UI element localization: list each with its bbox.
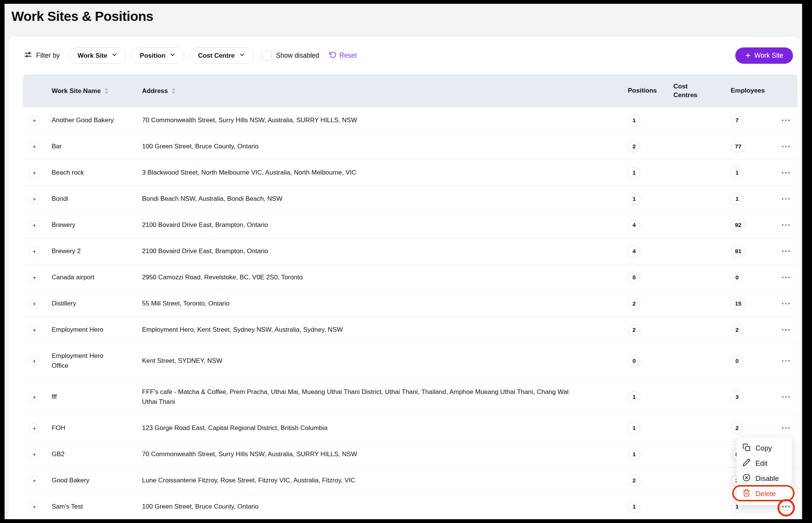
worksite-name: FOH [52, 423, 65, 433]
row-actions-button[interactable] [781, 143, 791, 150]
filter-by-label: Filter by [24, 50, 60, 61]
table-row: + Bar 100 Green Street, Bruce County, On… [23, 134, 798, 160]
cost-centre-filter-dropdown[interactable]: Cost Centre [189, 47, 253, 64]
worksite-address: 2100 Bovaird Drive East, Brampton, Ontar… [142, 220, 268, 230]
positions-badge: 0 [628, 272, 640, 284]
table-row: + Another Good Bakery 70 Commonwealth St… [23, 107, 798, 134]
kebab-icon [782, 303, 784, 305]
expand-row-button[interactable]: + [30, 356, 39, 366]
row-actions-button[interactable] [781, 394, 791, 400]
kebab-icon [782, 250, 784, 252]
menu-item-disable[interactable]: Disable [737, 471, 792, 486]
worksite-name: Brewery 2 [52, 246, 81, 256]
worksite-name: Bar [52, 142, 62, 151]
expand-row-button[interactable]: + [30, 299, 39, 309]
sort-icon [104, 88, 109, 94]
position-filter-dropdown[interactable]: Position [131, 47, 184, 64]
employees-badge: 0 [731, 272, 743, 284]
worksite-address: Lune Croissanterie Fitzroy, Rose Street,… [142, 476, 355, 485]
add-work-site-button[interactable]: + Work Site [735, 47, 793, 64]
employees-badge: 92 [731, 219, 746, 231]
row-actions-button[interactable] [781, 170, 791, 176]
worksite-address: 100 Green Street, Bruce County, Ontario [142, 142, 259, 151]
worksite-address: 3 Blackwood Street, North Melbourne VIC,… [142, 168, 356, 178]
kebab-icon [782, 360, 784, 362]
positions-badge: 2 [628, 475, 640, 487]
expand-row-button[interactable]: + [30, 116, 39, 125]
kebab-icon [782, 277, 784, 279]
worksite-name: GB2 [52, 449, 65, 459]
table-row: + FOH 123 Gorge Road East, Capital Regio… [23, 415, 798, 441]
worksite-name: Sam's Test [52, 502, 83, 512]
row-actions-button[interactable] [781, 117, 791, 124]
kebab-icon [782, 329, 784, 331]
expand-row-button[interactable]: + [30, 476, 39, 485]
sort-by-address-header[interactable]: Address [142, 87, 619, 95]
table-header-row: Work Site Name Address Positions Cost Ce… [23, 74, 798, 107]
positions-badge: 1 [628, 501, 640, 513]
menu-item-edit[interactable]: Edit [737, 456, 792, 471]
show-disabled-checkbox[interactable] [262, 51, 272, 61]
expand-row-button[interactable]: + [30, 424, 39, 433]
employees-column-header: Employees [731, 87, 765, 94]
employees-badge: 15 [731, 298, 746, 310]
expand-row-button[interactable]: + [30, 247, 39, 256]
employees-badge: 3 [731, 391, 743, 403]
row-actions-button[interactable] [781, 327, 791, 333]
positions-badge: 1 [628, 391, 640, 403]
menu-item-delete[interactable]: Delete [737, 486, 792, 501]
expand-row-button[interactable]: + [30, 273, 39, 282]
filter-sliders-icon [24, 50, 32, 61]
worksite-address: 2950 Camozzi Road, Revelstoke, BC, V0E 2… [142, 273, 303, 282]
positions-badge: 2 [628, 298, 640, 310]
employees-badge: 1 [731, 193, 743, 205]
table-row: + fff FFF's cafe - Matcha & Coffee, Prem… [23, 379, 798, 415]
menu-item-copy[interactable]: Copy [737, 441, 792, 456]
row-actions-button[interactable] [781, 358, 791, 364]
disable-icon [742, 474, 750, 484]
reset-icon [329, 51, 336, 60]
app-screen: Work Sites & Positions Filter by Work Si… [5, 4, 802, 519]
positions-badge: 1 [628, 449, 640, 460]
expand-row-button[interactable]: + [30, 502, 39, 512]
row-actions-button[interactable] [781, 301, 791, 307]
edit-pencil-icon [742, 458, 750, 468]
row-actions-button[interactable] [781, 222, 791, 228]
sort-by-name-header[interactable]: Work Site Name [52, 87, 136, 95]
cost-centres-column-header: Cost Centres [673, 82, 701, 100]
positions-column-header: Positions [628, 87, 657, 94]
worksite-name: Another Good Bakery [52, 115, 114, 125]
expand-row-button[interactable]: + [30, 325, 39, 335]
expand-row-button[interactable]: + [30, 221, 39, 230]
page-title: Work Sites & Positions [11, 9, 153, 24]
show-disabled-label: Show disabled [276, 52, 319, 60]
positions-badge: 0 [628, 355, 640, 367]
worksite-name: fff [52, 392, 57, 402]
trash-icon [742, 489, 750, 499]
expand-row-button[interactable]: + [30, 392, 39, 402]
worksite-name: Bondi [52, 194, 68, 204]
row-actions-button[interactable] [781, 196, 791, 202]
table-row: + Brewery 2100 Bovaird Drive East, Bramp… [23, 212, 798, 238]
positions-badge: 1 [628, 193, 640, 205]
expand-row-button[interactable]: + [30, 142, 39, 151]
table-row: + Distillery 55 Mill Street, Toronto, On… [23, 291, 798, 317]
worksite-address: Bondi Beach NSW, Australia, Bondi Beach,… [142, 194, 282, 204]
reset-filters-button[interactable]: Reset [329, 51, 357, 60]
row-actions-button[interactable] [781, 274, 791, 281]
row-actions-button[interactable] [781, 425, 791, 432]
employees-badge: 7 [731, 115, 743, 126]
worksite-name: Distillery [52, 299, 76, 309]
plus-icon: + [745, 51, 750, 60]
worksite-name: Employment Hero [52, 325, 103, 335]
kebab-icon [782, 506, 784, 508]
positions-badge: 4 [628, 219, 640, 231]
expand-row-button[interactable]: + [30, 450, 39, 459]
row-actions-button[interactable] [781, 248, 791, 255]
show-disabled-group: Show disabled [262, 51, 319, 61]
work-site-filter-dropdown[interactable]: Work Site [69, 47, 126, 64]
positions-badge: 2 [628, 324, 640, 336]
expand-row-button[interactable]: + [30, 168, 39, 178]
expand-row-button[interactable]: + [30, 194, 39, 204]
table-row: + Employment Hero Employment Hero, Kent … [23, 317, 798, 343]
